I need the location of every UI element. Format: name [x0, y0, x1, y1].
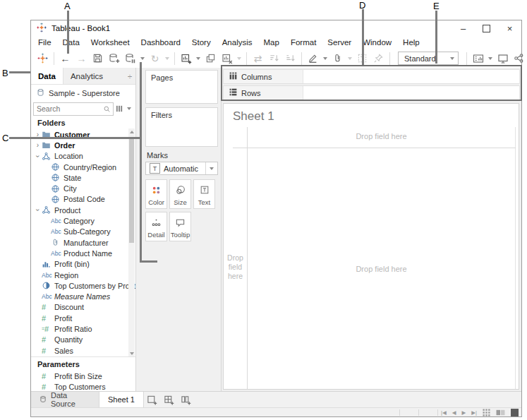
field-row[interactable]: ›Order	[31, 140, 135, 150]
nav-next-icon[interactable]: ▶	[462, 409, 466, 416]
clear-sheet-caret-icon[interactable]	[237, 57, 241, 60]
pages-card[interactable]: Pages	[145, 70, 218, 104]
scroll-down-icon[interactable]	[130, 352, 134, 355]
field-row[interactable]: ›Product	[31, 205, 135, 215]
new-dashboard-tab-icon[interactable]	[161, 392, 178, 407]
maximize-button[interactable]	[475, 20, 498, 36]
save-icon[interactable]	[90, 51, 106, 66]
field-row[interactable]: Postal Code	[31, 194, 135, 205]
expander-icon[interactable]: ›	[34, 152, 42, 160]
scroll-up-icon[interactable]	[130, 131, 134, 133]
scroll-thumb[interactable]	[129, 137, 134, 243]
drop-zone-left[interactable]: Drop field here	[224, 253, 247, 281]
presentation-mode-icon[interactable]	[495, 51, 511, 66]
new-worksheet-tab-icon[interactable]	[144, 392, 161, 407]
show-sheet-sorter-icon[interactable]	[483, 409, 490, 416]
new-worksheet-caret-icon[interactable]	[196, 57, 200, 60]
field-row[interactable]: Country/Region	[31, 162, 135, 172]
close-button[interactable]: ×	[498, 20, 521, 36]
swap-rows-columns-icon[interactable]: ⇄	[250, 51, 266, 66]
new-data-source-icon[interactable]	[106, 51, 122, 66]
expander-icon[interactable]: ›	[34, 206, 42, 214]
menu-item-format[interactable]: Format	[285, 38, 322, 47]
expander-icon[interactable]: ›	[34, 141, 42, 149]
field-row[interactable]: AbcRegion	[31, 270, 135, 280]
field-row[interactable]: State	[31, 172, 135, 183]
marks-color-button[interactable]: Color	[145, 179, 167, 209]
duplicate-sheet-icon[interactable]	[202, 51, 219, 66]
menu-item-server[interactable]: Server	[322, 38, 357, 47]
field-row[interactable]: #Sales	[31, 345, 135, 356]
mark-type-caret[interactable]	[205, 162, 217, 174]
paperclip-icon[interactable]	[329, 51, 346, 66]
undo-icon[interactable]: ←	[57, 51, 73, 66]
paperclip-caret-icon[interactable]	[348, 57, 352, 60]
menu-item-story[interactable]: Story	[186, 38, 217, 47]
field-row[interactable]: Manufacturer	[31, 237, 135, 248]
tab-analytics[interactable]: Analytics	[63, 68, 110, 84]
field-row[interactable]: #Quantity	[31, 335, 135, 345]
sort-ascending-icon[interactable]	[266, 51, 282, 66]
marks-detail-button[interactable]: Detail	[145, 212, 167, 241]
sheet-canvas[interactable]: Sheet 1 Drop field here Drop field here …	[223, 103, 519, 390]
field-row[interactable]: AbcMeasure Names	[31, 291, 135, 301]
menu-item-map[interactable]: Map	[258, 38, 285, 47]
menu-item-worksheet[interactable]: Worksheet	[85, 38, 135, 47]
menu-item-file[interactable]: File	[32, 38, 57, 47]
minimize-button[interactable]: –	[452, 20, 475, 36]
field-row[interactable]: City	[31, 183, 135, 193]
marks-tooltip-button[interactable]: Tooltip	[169, 212, 191, 241]
field-row[interactable]: Profit (bin)	[31, 259, 135, 270]
show-filmstrip-icon[interactable]	[496, 409, 505, 416]
view-as-icon[interactable]	[116, 102, 123, 115]
share-icon[interactable]	[511, 51, 527, 66]
field-row[interactable]: AbcSub-Category	[31, 227, 135, 237]
highlight-pen-icon[interactable]	[305, 51, 321, 66]
field-row[interactable]: Top Customers by Profit	[31, 280, 135, 291]
show-hide-cards-caret-icon[interactable]	[488, 57, 492, 60]
nav-last-icon[interactable]: ▶|	[471, 409, 477, 416]
field-row[interactable]: AbcProduct Name	[31, 248, 135, 258]
new-story-tab-icon[interactable]	[178, 392, 195, 407]
refresh-icon[interactable]: ↻	[147, 51, 163, 66]
search-input[interactable]	[34, 104, 103, 113]
show-hide-cards-icon[interactable]	[470, 51, 486, 66]
clear-sheet-icon[interactable]	[219, 51, 235, 66]
show-tabs-icon[interactable]	[511, 409, 519, 416]
menu-item-dashboard[interactable]: Dashboard	[135, 38, 186, 47]
filters-card[interactable]: Filters	[145, 107, 218, 147]
marks-text-button[interactable]: Text	[193, 179, 215, 209]
menu-item-analysis[interactable]: Analysis	[217, 38, 258, 47]
pin-icon[interactable]	[370, 51, 387, 66]
redo-icon[interactable]: →	[73, 51, 90, 66]
drop-zone-top[interactable]: Drop field here	[247, 132, 516, 140]
fields-scrollbar[interactable]	[128, 128, 135, 357]
menu-item-help[interactable]: Help	[397, 38, 425, 47]
tab-data[interactable]: Data	[31, 68, 63, 84]
search-options-caret-icon[interactable]	[127, 107, 131, 110]
new-worksheet-icon[interactable]	[178, 51, 194, 66]
field-row[interactable]: AbcCategory	[31, 215, 135, 226]
nav-previous-icon[interactable]: ◀	[452, 409, 456, 416]
sort-descending-icon[interactable]	[282, 51, 298, 66]
menu-item-data[interactable]: Data	[57, 38, 85, 47]
tab-sheet1[interactable]: Sheet 1	[99, 392, 144, 407]
marks-size-button[interactable]: Size	[169, 179, 191, 209]
drop-zone-main[interactable]: Drop field here	[247, 265, 516, 273]
tab-data-source[interactable]: Data Source	[31, 392, 99, 407]
pause-auto-updates-icon[interactable]	[122, 51, 138, 66]
pause-updates-caret-icon[interactable]	[140, 57, 145, 60]
refresh-caret-icon[interactable]	[165, 57, 169, 60]
pane-control-icon[interactable]: ÷	[124, 68, 135, 84]
data-source-connection[interactable]: Sample - Superstore	[31, 85, 135, 101]
field-row[interactable]: =#Profit Ratio	[31, 323, 135, 334]
field-row[interactable]: #Profit	[31, 313, 135, 323]
nav-first-icon[interactable]: |◀	[441, 409, 447, 416]
highlight-caret-icon[interactable]	[323, 57, 327, 60]
field-row[interactable]: ›Location	[31, 151, 135, 162]
field-row[interactable]: #Profit Bin Size	[31, 371, 135, 381]
field-row[interactable]: #Discount	[31, 302, 135, 313]
mark-type-dropdown[interactable]: T Automatic	[145, 162, 218, 175]
tableau-home-icon[interactable]	[35, 51, 51, 66]
fit-selector[interactable]: Standard	[398, 52, 459, 65]
